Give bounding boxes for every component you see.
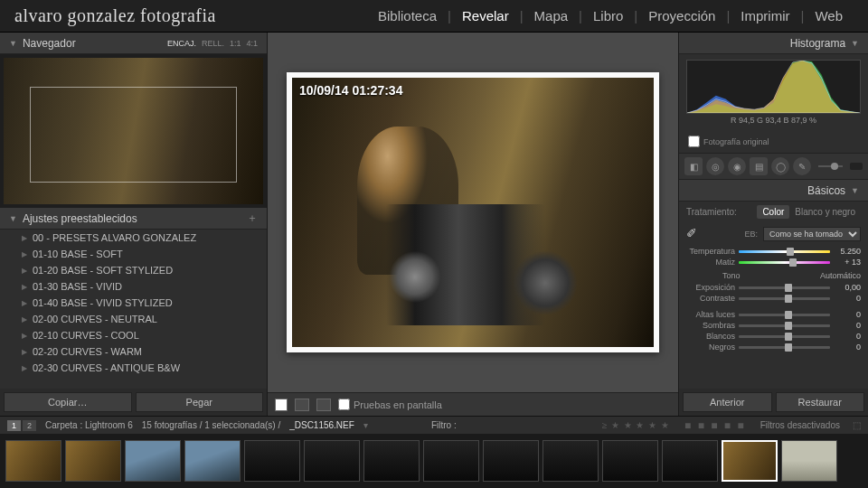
navigator-title: Navegador xyxy=(23,37,76,50)
nav-libro[interactable]: Libro xyxy=(582,8,634,23)
histogram-title: Histograma xyxy=(790,37,845,50)
treatment-bw[interactable]: Blanco y negro xyxy=(789,205,861,219)
nav-imprimir[interactable]: Imprimir xyxy=(730,8,800,23)
filmstrip-thumb[interactable] xyxy=(542,440,599,482)
filmstrip[interactable] xyxy=(0,434,868,488)
filmstrip-thumb[interactable] xyxy=(662,440,718,482)
treatment-color[interactable]: Color xyxy=(757,205,789,219)
loupe-view-icon[interactable] xyxy=(275,399,288,411)
gradient-tool-icon[interactable]: ▤ xyxy=(750,157,768,175)
reset-button[interactable]: Restaurar xyxy=(776,392,865,412)
brush-tool-icon[interactable]: ✎ xyxy=(793,157,811,175)
histogram-header[interactable]: Histograma ▼ xyxy=(679,33,868,54)
nav-biblioteca[interactable]: Biblioteca xyxy=(367,8,448,23)
preset-item[interactable]: ▶01-30 BASE - VIVID xyxy=(0,278,267,295)
tool-strip: ◧ ◎ ◉ ▤ ◯ ✎ xyxy=(679,153,868,180)
module-nav: Biblioteca| Revelar| Mapa| Libro| Proyec… xyxy=(367,8,854,23)
filmstrip-thumb[interactable] xyxy=(423,440,479,482)
crop-tool-icon[interactable]: ◧ xyxy=(684,157,703,175)
filmstrip-thumb[interactable] xyxy=(304,440,360,482)
preset-item[interactable]: ▶01-40 BASE - VIVID STYLIZED xyxy=(0,295,267,311)
softproof-toggle[interactable]: Pruebas en pantalla xyxy=(338,399,442,410)
whitebalance-row: ✐ EB: Como se ha tomado xyxy=(686,224,861,246)
softproof-checkbox[interactable] xyxy=(338,399,350,410)
presets-title: Ajustes preestablecidos xyxy=(23,212,137,225)
contrast-slider[interactable]: Contraste0 xyxy=(686,293,861,304)
filters-status[interactable]: Filtros desactivados xyxy=(760,420,840,430)
preset-item[interactable]: ▶00 - PRESETS ALVARO GONZALEZ xyxy=(0,230,267,246)
eyedropper-icon[interactable]: ✐ xyxy=(686,226,703,242)
redeye-tool-icon[interactable]: ◉ xyxy=(728,157,746,175)
loupe-view[interactable]: 10/09/14 01:27:34 xyxy=(268,33,678,392)
tool-slider[interactable] xyxy=(818,165,843,167)
filmstrip-thumb[interactable] xyxy=(363,440,420,482)
wb-preset-select[interactable]: Como se ha tomado xyxy=(763,227,861,241)
shadows-slider[interactable]: Sombras0 xyxy=(686,320,861,331)
filmstrip-thumb[interactable] xyxy=(602,440,658,482)
filter-lock-icon[interactable]: ⬚ xyxy=(853,420,861,430)
basics-title: Básicos xyxy=(807,184,845,197)
filmstrip-thumb[interactable] xyxy=(125,440,181,482)
paste-button[interactable]: Pegar xyxy=(136,392,264,412)
basics-panel: Tratamiento: Color Blanco y negro ✐ EB: … xyxy=(679,202,868,389)
exposure-slider[interactable]: Exposición0,00 xyxy=(686,282,861,293)
nav-mode-fill[interactable]: RELL. xyxy=(202,39,224,48)
temperature-slider[interactable]: Temperatura 5.250 xyxy=(686,246,861,257)
presets-header[interactable]: ▼ Ajustes preestablecidos ＋ xyxy=(0,208,267,230)
spot-tool-icon[interactable]: ◎ xyxy=(706,157,724,175)
filmstrip-thumb[interactable] xyxy=(781,440,837,482)
preset-item[interactable]: ▶01-20 BASE - SOFT STYLIZED xyxy=(0,262,267,278)
chevron-right-icon: ▶ xyxy=(22,299,27,307)
filmstrip-thumb[interactable] xyxy=(184,440,241,482)
color-filter[interactable]: ■ ■ ■ ■ ■ xyxy=(684,419,746,432)
original-checkbox[interactable] xyxy=(688,136,700,147)
blacks-slider[interactable]: Negros0 xyxy=(686,342,861,352)
navigator-header[interactable]: ▼ Navegador ENCAJ. RELL. 1:1 4:1 xyxy=(0,33,267,54)
filmstrip-thumb[interactable] xyxy=(65,440,121,482)
folder-path[interactable]: Carpeta : Lightroom 6 xyxy=(45,420,133,430)
previous-button[interactable]: Anterior xyxy=(683,392,772,412)
original-photo-row[interactable]: Fotografía original xyxy=(679,134,868,153)
navigator-preview[interactable] xyxy=(0,54,267,208)
nav-revelar[interactable]: Revelar xyxy=(451,8,520,23)
nav-web[interactable]: Web xyxy=(804,8,854,23)
copy-button[interactable]: Copiar… xyxy=(4,392,132,412)
current-file: _DSC1156.NEF xyxy=(289,420,354,430)
filmstrip-thumb[interactable] xyxy=(244,440,300,482)
whites-slider[interactable]: Blancos0 xyxy=(686,331,861,342)
chevron-down-icon: ▼ xyxy=(9,214,17,223)
chevron-right-icon: ▶ xyxy=(22,250,27,258)
add-preset-icon[interactable]: ＋ xyxy=(247,211,258,226)
rating-filter[interactable]: ≥ ★ ★ ★ ★ ★ xyxy=(602,420,670,430)
radial-tool-icon[interactable]: ◯ xyxy=(771,157,789,175)
nav-mode-4to1[interactable]: 4:1 xyxy=(246,39,258,48)
filmstrip-thumb[interactable] xyxy=(483,440,539,482)
chevron-right-icon: ▶ xyxy=(22,364,27,372)
histogram-readout: R 94,5 G 93,4 B 87,9 % xyxy=(686,114,861,125)
secondary-display[interactable]: 1 2 xyxy=(7,420,36,431)
filmstrip-thumb-selected[interactable] xyxy=(722,440,778,482)
filmstrip-thumb[interactable] xyxy=(5,440,61,482)
highlights-slider[interactable]: Altas luces0 xyxy=(686,309,861,320)
panel-switch-icon[interactable] xyxy=(850,163,863,170)
chevron-right-icon: ▶ xyxy=(22,315,27,324)
histogram-panel: R 94,5 G 93,4 B 87,9 % xyxy=(679,54,868,134)
identity-plate: alvaro gonzalez fotografia xyxy=(14,5,216,26)
preset-item[interactable]: ▶02-00 CURVES - NEUTRAL xyxy=(0,311,267,327)
nav-mode-1to1[interactable]: 1:1 xyxy=(230,39,241,48)
auto-tone-button[interactable]: Automático xyxy=(820,271,861,280)
basics-header[interactable]: Básicos ▼ xyxy=(679,180,868,202)
preset-item[interactable]: ▶02-20 CURVES - WARM xyxy=(0,343,267,360)
nav-mode-fit[interactable]: ENCAJ. xyxy=(167,39,196,48)
histogram-chart[interactable] xyxy=(686,60,861,114)
chevron-right-icon: ▶ xyxy=(22,348,27,356)
before-after-icon[interactable] xyxy=(295,399,309,411)
preset-item[interactable]: ▶01-10 BASE - SOFT xyxy=(0,246,267,262)
nav-proyeccion[interactable]: Proyección xyxy=(637,8,726,23)
nav-mapa[interactable]: Mapa xyxy=(524,8,580,23)
preset-item[interactable]: ▶02-10 CURVES - COOL xyxy=(0,327,267,343)
tint-slider[interactable]: Matiz + 13 xyxy=(686,257,861,267)
before-after-split-icon[interactable] xyxy=(316,399,331,411)
selection-count: 15 fotografías / 1 seleccionada(s) / xyxy=(142,420,280,430)
preset-item[interactable]: ▶02-30 CURVES - ANTIQUE B&W xyxy=(0,360,267,376)
